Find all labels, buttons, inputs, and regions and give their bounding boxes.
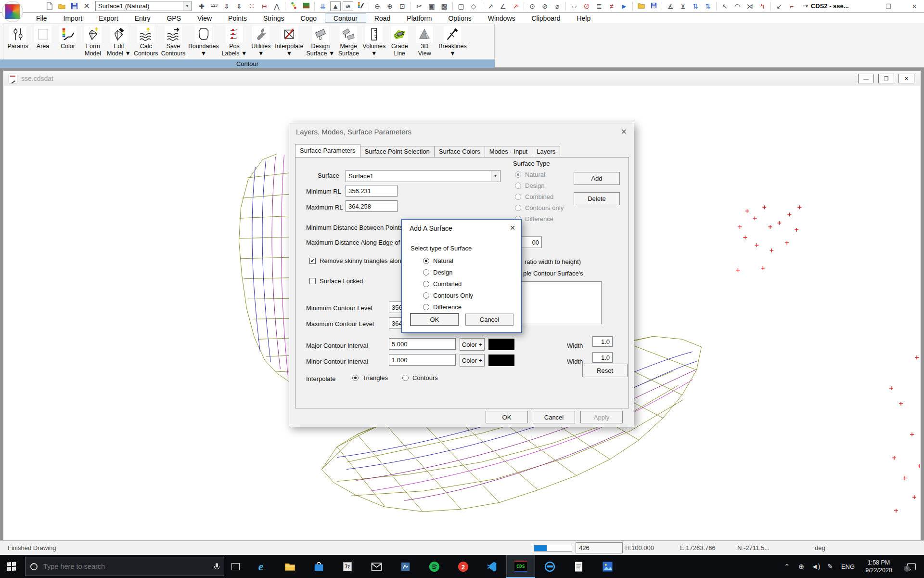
toolbar-icon[interactable]	[714, 1, 719, 12]
taskbar-cds[interactable]: CDS	[506, 555, 535, 578]
menu-entry[interactable]: Entry	[127, 13, 159, 23]
ribbon-boundaries[interactable]: Boundaries ▼	[187, 25, 220, 58]
toolbar-icon[interactable]	[409, 1, 413, 12]
menu-strings[interactable]: Strings	[255, 13, 293, 23]
copy-icon[interactable]: ▣	[425, 1, 438, 12]
desc-label-icon[interactable]: ∺	[258, 1, 270, 12]
radio-type-design[interactable]: Design	[515, 182, 564, 189]
dialog-cancel-button[interactable]: Cancel	[533, 411, 575, 423]
radio-type-natural[interactable]: Natural	[515, 171, 564, 178]
surface-locked-checkbox[interactable]: Surface Locked	[309, 277, 363, 285]
select-arrow-icon[interactable]: ↖	[719, 1, 731, 12]
trim-icon[interactable]: ⌐	[785, 1, 798, 12]
toolbar-overflow-icon[interactable]: ≡▾	[803, 3, 808, 9]
menu-road[interactable]: Road	[366, 13, 398, 23]
toolbar-icon[interactable]	[367, 1, 371, 12]
minor-interval-input[interactable]: 1.000	[389, 354, 456, 366]
duplicate-window-icon[interactable]: ▢	[455, 1, 467, 12]
max-rl-input[interactable]: 364.258	[346, 200, 398, 212]
radio-type-combined[interactable]: Combined	[515, 193, 564, 200]
open-file-icon[interactable]	[635, 1, 647, 12]
taskbar-edge[interactable]: e	[246, 555, 275, 578]
taskbar-vscode[interactable]	[477, 555, 506, 578]
toolbar-icon[interactable]	[564, 1, 568, 12]
blue-arrows-icon[interactable]: ⇊	[317, 1, 329, 12]
add-surface-button[interactable]: Add	[574, 172, 620, 185]
section-icon[interactable]: ⊻	[677, 1, 689, 12]
ribbon-calc-contours[interactable]: Calc Contours	[132, 25, 160, 58]
profile-icon[interactable]: ∡	[664, 1, 677, 12]
circle-diameter-icon[interactable]: ⌀	[551, 1, 564, 12]
color-pen-icon[interactable]	[354, 1, 367, 12]
open-file-icon[interactable]	[57, 1, 66, 11]
ribbon-volumes[interactable]: Volumes ▼	[361, 25, 387, 58]
tray-chevron-icon[interactable]: ⌃	[780, 555, 794, 578]
ribbon-grade-line[interactable]: Grade Line	[387, 25, 412, 58]
ribbon-breaklines[interactable]: Breaklines ▼	[437, 25, 468, 58]
menu-gps[interactable]: GPS	[158, 13, 189, 23]
add-point-icon[interactable]: ✚	[195, 1, 208, 12]
zoom-in-icon[interactable]: ⊕	[384, 1, 396, 12]
doc-restore-icon[interactable]: ❐	[878, 74, 894, 83]
taskbar-ie[interactable]	[535, 555, 564, 578]
ribbon-merge-surface[interactable]: Merge Surface	[336, 25, 361, 58]
slider-pair2-icon[interactable]: ⇅	[702, 1, 714, 12]
minor-width-input[interactable]: 1.0	[592, 352, 613, 363]
save-file-icon[interactable]	[647, 1, 660, 12]
document-title-bar[interactable]: sse.cdsdat — ❐ ✕	[4, 71, 920, 86]
circle-cut-icon[interactable]: ⊘	[539, 1, 551, 12]
taskbar-search[interactable]	[25, 557, 224, 576]
network-icon[interactable]: ⊕	[794, 555, 808, 578]
parallel-lines-icon[interactable]: ≣	[593, 1, 605, 12]
menu-platform[interactable]: Platform	[398, 13, 440, 23]
dialog-title-bar[interactable]: Layers, Modes, Surface Parameters ✕	[289, 123, 634, 141]
arrow-height-icon[interactable]: ⇕	[233, 1, 245, 12]
code-label-icon[interactable]: ∷	[245, 1, 258, 12]
toolbar-icon[interactable]	[522, 1, 526, 12]
line-point-icon[interactable]: ↗	[509, 1, 522, 12]
clock[interactable]: 1:58 PM 9/22/2020	[859, 559, 899, 574]
radio-type-difference[interactable]: Difference	[515, 215, 564, 223]
toolbar-icon[interactable]	[450, 1, 455, 12]
menu-view[interactable]: View	[189, 13, 220, 23]
menu-options[interactable]: Options	[440, 13, 479, 23]
close-file-icon[interactable]: ✕	[82, 1, 91, 11]
menu-clipboard[interactable]: Clipboard	[524, 13, 569, 23]
major-color-button[interactable]: Color +	[460, 338, 485, 351]
snap-icon[interactable]: ↙	[773, 1, 785, 12]
radio-add-combined[interactable]: Combined	[423, 280, 473, 288]
menu-file[interactable]: File	[28, 13, 55, 23]
doc-close-icon[interactable]: ✕	[898, 74, 914, 83]
search-input[interactable]	[42, 562, 209, 571]
action-center-button[interactable]: 1	[899, 555, 924, 578]
ribbon-area[interactable]: Area	[30, 25, 55, 51]
major-width-input[interactable]: 1.0	[592, 336, 613, 347]
diamond-icon[interactable]: ◇	[467, 1, 480, 12]
zoom-out-icon[interactable]: ⊖	[371, 1, 384, 12]
ribbon-params[interactable]: Params	[5, 25, 30, 51]
radio-add-difference[interactable]: Difference	[423, 303, 473, 311]
minor-color-button[interactable]: Color +	[460, 354, 485, 367]
ribbon-pos-labels[interactable]: Pos Labels ▼	[220, 25, 249, 58]
min-rl-input[interactable]: 356.231	[346, 185, 398, 197]
major-interval-input[interactable]: 5.000	[389, 338, 456, 350]
menu-windows[interactable]: Windows	[480, 13, 524, 23]
toolbar-icon[interactable]	[312, 1, 317, 12]
add-dialog-close-icon[interactable]: ✕	[510, 224, 515, 232]
polygon-icon[interactable]: ▱	[568, 1, 580, 12]
zoom-window-icon[interactable]: ⊡	[396, 1, 409, 12]
delete-string-icon[interactable]: ∅	[580, 1, 593, 12]
taskbar-store[interactable]	[304, 555, 333, 578]
ribbon-interpolate[interactable]: Interpolate ▼	[273, 25, 305, 58]
breakline-strike-icon[interactable]: ≠	[605, 1, 618, 12]
surface-combo[interactable]: Surface1 ▼	[346, 170, 500, 182]
circle-point-icon[interactable]: ⊙	[526, 1, 539, 12]
ribbon-edit-model[interactable]: Edit Model ▼	[105, 25, 132, 58]
add-dialog-cancel-button[interactable]: Cancel	[465, 314, 513, 326]
chevron-down-icon[interactable]: ▼	[183, 1, 191, 11]
image-icon[interactable]	[300, 1, 312, 12]
tab-surface-point-selection[interactable]: Surface Point Selection	[360, 146, 435, 157]
angle-line-icon[interactable]: ∠	[497, 1, 509, 12]
taskbar-mail[interactable]	[362, 555, 391, 578]
taskbar-spotify[interactable]	[420, 555, 449, 578]
